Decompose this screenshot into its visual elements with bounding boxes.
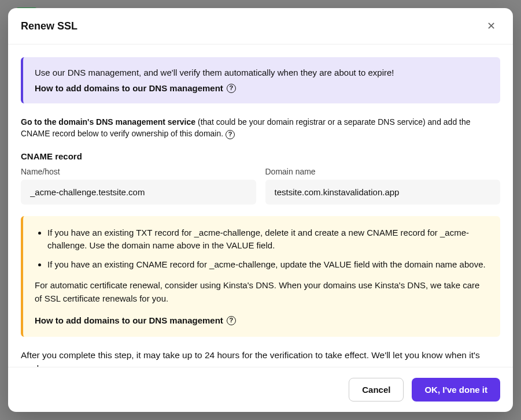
name-host-label: Name/host <box>21 167 256 176</box>
help-icon: ? <box>227 84 236 93</box>
dns-instructions: Go to the domain's DNS management servic… <box>21 116 500 140</box>
list-item: If you have an existing CNAME record for… <box>47 258 489 272</box>
name-host-input[interactable] <box>21 180 256 205</box>
modal-header: Renew SSL ✕ <box>8 8 513 44</box>
close-icon: ✕ <box>487 20 496 32</box>
callout-purple-link-text: How to add domains to our DNS management <box>35 83 223 93</box>
instructions-callout-yellow: If you have an existing TXT record for _… <box>21 216 500 337</box>
list-item: If you have an existing TXT record for _… <box>47 226 489 252</box>
confirm-button[interactable]: OK, I've done it <box>412 378 500 402</box>
instructions-strong: Go to the domain's DNS management servic… <box>21 117 195 127</box>
final-note: After you complete this step, it may tak… <box>21 348 500 367</box>
domain-name-input[interactable] <box>265 180 501 205</box>
modal-body: Use our DNS management, and we'll verify… <box>8 44 513 367</box>
dns-callout-purple: Use our DNS management, and we'll verify… <box>21 57 500 103</box>
cname-section-label: CNAME record <box>21 151 500 161</box>
domain-name-label: Domain name <box>265 167 501 176</box>
cancel-button[interactable]: Cancel <box>349 378 404 402</box>
callout-yellow-list: If you have an existing TXT record for _… <box>35 226 489 272</box>
modal-title: Renew SSL <box>21 20 77 32</box>
dns-management-link[interactable]: How to add domains to our DNS management… <box>35 315 236 325</box>
renew-ssl-modal: Renew SSL ✕ Use our DNS management, and … <box>8 8 513 412</box>
domain-name-field: Domain name <box>265 167 501 205</box>
close-button[interactable]: ✕ <box>482 18 500 34</box>
help-icon[interactable]: ? <box>226 130 235 139</box>
modal-footer: Cancel OK, I've done it <box>8 367 513 412</box>
help-icon: ? <box>227 316 236 325</box>
cname-field-row: Name/host Domain name <box>21 167 500 205</box>
callout-yellow-paragraph: For automatic certificate renewal, consi… <box>35 279 489 305</box>
callout-yellow-link-text: How to add domains to our DNS management <box>35 315 223 325</box>
name-host-field: Name/host <box>21 167 256 205</box>
callout-purple-text: Use our DNS management, and we'll verify… <box>35 68 489 77</box>
dns-management-link[interactable]: How to add domains to our DNS management… <box>35 83 236 93</box>
